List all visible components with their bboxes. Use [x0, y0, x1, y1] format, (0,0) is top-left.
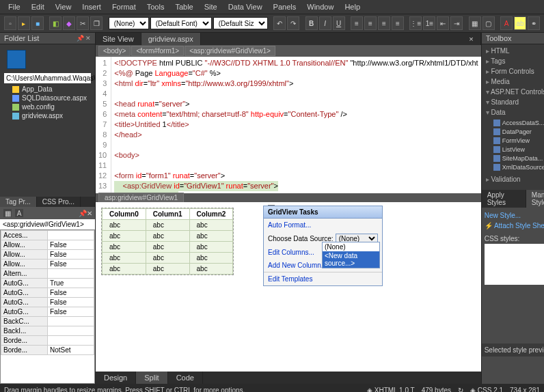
tree-item[interactable]: gridview.aspx [3, 111, 92, 120]
dd-option-new[interactable]: <New data source...> [323, 251, 379, 268]
property-row[interactable]: AutoG...True [1, 279, 94, 288]
menu-view[interactable]: View [50, 1, 77, 12]
close-tab-icon[interactable]: × [462, 33, 480, 45]
outdent-button[interactable]: ⇤ [437, 16, 449, 30]
toolbox-category[interactable]: Data [483, 107, 544, 117]
menu-insert[interactable]: Insert [77, 1, 107, 12]
menu-file[interactable]: File [3, 1, 26, 12]
property-row[interactable]: AutoG...False [1, 307, 94, 317]
toolbox-category[interactable]: Standard [483, 97, 544, 107]
menu-format[interactable]: Format [107, 1, 141, 12]
status-css[interactable]: ◈ CSS 2.1 [470, 387, 503, 393]
menu-window[interactable]: Window [301, 1, 339, 12]
save-button[interactable]: ■ [31, 16, 44, 30]
preview-button[interactable]: ◧ [49, 16, 62, 30]
toolbox-category[interactable]: HTML [483, 46, 544, 56]
property-row[interactable]: Borde...NotSet [1, 346, 94, 355]
size-combo[interactable]: (Default Size) [213, 17, 268, 29]
toolbox-item[interactable]: XmlDataSource [493, 163, 544, 171]
datasource-dropdown[interactable]: (None) <New data source...> [322, 242, 380, 268]
style-combo[interactable]: (None) [109, 17, 149, 29]
site-icon[interactable] [7, 50, 26, 69]
bullets-button[interactable]: ⋮≡ [409, 16, 422, 30]
edit-templates-link[interactable]: Edit Templates [264, 272, 382, 285]
numbering-button[interactable]: 1≡ [423, 16, 435, 30]
redo-button[interactable]: ↷ [287, 16, 299, 30]
borders-button[interactable]: ▢ [482, 16, 495, 30]
auto-format-link[interactable]: Auto Format... [264, 219, 382, 232]
view-tab-code[interactable]: Code [168, 372, 203, 384]
path-field[interactable]: C:\Users\Muhammad.Waqas\Do [4, 73, 91, 83]
toolbox-item[interactable]: ListView [493, 145, 544, 154]
prop-view-button[interactable]: ▦ [3, 208, 12, 218]
crumb-item[interactable]: <asp:gridview#GridView1> [185, 46, 275, 56]
new-style-link[interactable]: New Style... [485, 210, 521, 221]
property-row[interactable]: AutoG...False [1, 298, 94, 307]
underline-button[interactable]: U [333, 16, 345, 30]
menu-tools[interactable]: Tools [141, 1, 170, 12]
toolbox-category[interactable]: Validation [483, 174, 544, 184]
attach-stylesheet-link[interactable]: ⚡ Attach Style Sheet... [485, 221, 544, 231]
toolbox-item[interactable]: DataPager [493, 128, 544, 136]
link-button[interactable]: ⚭ [528, 16, 540, 30]
status-doctype[interactable]: ◈ XHTML 1.0 T [367, 387, 415, 393]
doc-tab[interactable]: gridview.aspx [141, 33, 201, 45]
tab-0[interactable]: Tag Pr... [0, 197, 37, 207]
menu-data-view[interactable]: Data View [223, 1, 268, 12]
tag-selector[interactable]: <asp:gridview#GridView1> [0, 219, 95, 229]
dd-option-none[interactable]: (None) [323, 242, 379, 251]
font-color-button[interactable]: A [500, 16, 513, 30]
open-button[interactable]: ▸ [18, 16, 30, 30]
publish-button[interactable]: ◆ [63, 16, 75, 30]
toolbox-category[interactable]: Form Controls [483, 66, 544, 76]
property-row[interactable]: Altern... [1, 269, 94, 279]
property-row[interactable]: AutoG...False [1, 288, 94, 298]
gridview-control[interactable]: Column0Column1Column2abcabcabcabcabcabca… [101, 208, 234, 275]
align-center-button[interactable]: ≡ [364, 16, 377, 30]
new-button[interactable]: ▫ [4, 16, 16, 30]
styles-tab[interactable]: Apply Styles [482, 190, 526, 208]
pin-icon[interactable]: 📌 [79, 210, 87, 217]
tree-item[interactable]: SQLDatasource.aspx [3, 94, 92, 102]
italic-button[interactable]: I [319, 16, 331, 30]
property-row[interactable]: BackC... [1, 317, 94, 326]
code-editor[interactable]: 123456789101112131415161718 <!DOCTYPE ht… [96, 57, 481, 193]
property-row[interactable]: BackI... [1, 326, 94, 336]
highlight-button[interactable]: ab [514, 16, 526, 30]
status-refresh-icon[interactable]: ↻ [458, 387, 463, 393]
close-icon[interactable]: ✕ [87, 210, 92, 217]
design-surface[interactable]: Column0Column1Column2abcabcabcabcabcabca… [96, 202, 481, 372]
tab-1[interactable]: CSS Pro... [37, 197, 81, 207]
toolbox-item[interactable]: SiteMapData... [493, 154, 544, 163]
view-tab-split[interactable]: Split [136, 372, 167, 384]
toolbox-item[interactable]: AccessDataS... [493, 119, 544, 127]
property-grid[interactable]: Acces...Allow...FalseAllow...FalseAllow.… [0, 229, 95, 384]
toolbox-item[interactable]: FormView [493, 137, 544, 145]
align-right-button[interactable]: ≡ [378, 16, 390, 30]
crumb-item[interactable]: <form#form1> [131, 46, 184, 56]
tree-item[interactable]: web.config [3, 102, 92, 111]
cut-button[interactable]: ✂ [77, 16, 89, 30]
menu-panels[interactable]: Panels [268, 1, 302, 12]
copy-button[interactable]: ❐ [90, 16, 103, 30]
menu-edit[interactable]: Edit [26, 1, 50, 12]
property-row[interactable]: Borde... [1, 336, 94, 346]
property-row[interactable]: Allow...False [1, 240, 94, 250]
css-styles-list[interactable] [485, 244, 544, 285]
view-tab-design[interactable]: Design [96, 372, 136, 384]
toolbox-category[interactable]: Media [483, 76, 544, 87]
styles-tab[interactable]: Manage Styles [526, 190, 544, 208]
table-button[interactable]: ▦ [469, 16, 481, 30]
property-row[interactable]: Allow...False [1, 250, 94, 260]
close-icon[interactable]: ✕ [85, 35, 91, 42]
prop-sort-button[interactable]: A [14, 208, 24, 218]
property-row[interactable]: Acces... [1, 231, 94, 240]
crumb-item[interactable]: <body> [98, 46, 131, 56]
toolbox-category[interactable]: Tags [483, 56, 544, 66]
menu-help[interactable]: Help [339, 1, 366, 12]
menu-site[interactable]: Site [199, 1, 223, 12]
pin-icon[interactable]: 📌 [77, 35, 84, 42]
toolbox-category[interactable]: ASP.NET Controls [483, 87, 544, 97]
property-row[interactable]: Allow...False [1, 260, 94, 269]
justify-button[interactable]: ≡ [392, 16, 404, 30]
